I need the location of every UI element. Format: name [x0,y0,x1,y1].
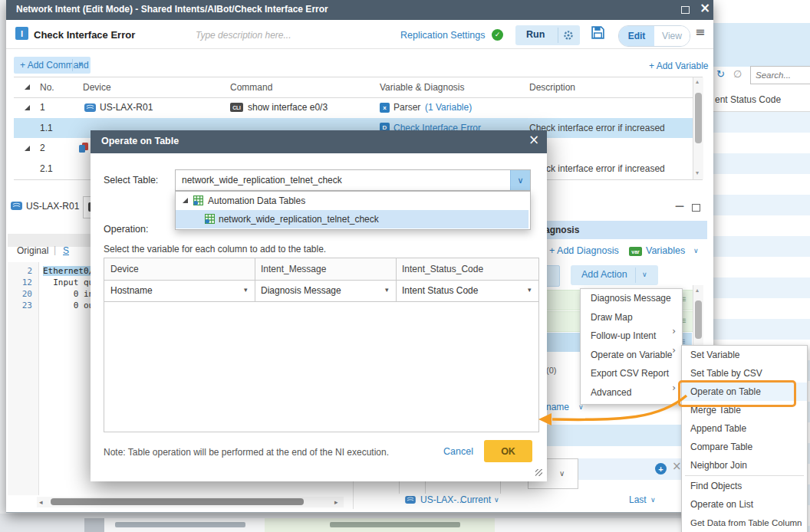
window-titlebar[interactable]: Network Intent (Edit Mode) - Shared Inte… [6,0,713,20]
mapping-value-row: Hostname ▾ Diagnosis Message ▾ Intent St… [104,280,538,302]
tree-group-row[interactable]: Automation Data Tables [176,192,528,210]
tab-sample[interactable]: S [63,245,69,256]
submenu-item-neighbor-join[interactable]: Neighbor Join [682,456,807,475]
menu-item-diagnosis-message[interactable]: Diagnosis Message [581,289,682,308]
menu-item-operate-on-variable[interactable]: Operate on Variable› [581,346,682,365]
save-icon[interactable] [591,25,605,42]
variable-select[interactable]: Intent Status Code [402,285,478,296]
add-action-chevron-icon[interactable]: ∨ [642,271,647,278]
close-icon[interactable]: × [700,2,710,15]
dialog-titlebar[interactable]: Operate on Table × [91,130,547,153]
combo-chevron-icon[interactable]: ∨ [559,470,565,478]
variables-chevron-icon[interactable]: ∨ [693,248,699,255]
description-placeholder[interactable]: Type description here... [196,30,291,41]
current-chevron-icon[interactable]: ∨ [494,497,499,504]
menu-item-export-csv-report[interactable]: Export CSV Report [581,364,682,383]
panel-maximize-icon[interactable] [692,204,700,212]
replication-settings-link[interactable]: Replication Settings [400,30,485,41]
add-action-divider [635,268,636,283]
scrollbar-thumb[interactable] [695,300,702,339]
editor-hscrollbar[interactable]: ◂ ▸ [37,497,344,507]
add-action-menu: Diagnosis Message Draw Map Follow-up Int… [580,288,683,405]
submenu-item-operate-on-table[interactable]: Operate on Table [682,383,807,401]
panel-minimize-icon[interactable]: — [675,202,684,211]
tree-item-row-selected[interactable]: network_wide_replication_telnet_check [176,210,528,228]
cell-border [255,258,255,280]
menu-item-draw-map[interactable]: Draw Map [581,308,682,327]
add-command-chevron-icon[interactable]: ∨ [78,61,84,67]
row-no: 1.1 [40,123,53,133]
submenu-arrow-icon: › [672,383,676,392]
view-toggle-button[interactable]: View [654,26,690,46]
edit-toggle-button[interactable]: Edit [619,26,654,46]
add-variable-link[interactable]: + Add Variable [649,61,709,71]
tab-original[interactable]: Original [17,245,48,256]
add-command-button[interactable]: + Add Command ∨ [14,57,91,74]
add-diagnosis-link[interactable]: + Add Diagnosis [549,245,619,256]
select-table-label: Select Table: [104,175,158,186]
scrollbar-thumb[interactable] [695,93,702,143]
submenu-item-find-objects[interactable]: Find Objects [682,477,807,495]
scroll-up-icon[interactable]: ▴ [696,79,699,85]
tab-divider: | [54,245,56,255]
select-dropdown-icon[interactable]: ▾ [385,287,389,294]
tree-item-label: network_wide_replication_telnet_check [219,214,379,225]
variable-select[interactable]: Diagnosis Message [261,285,341,296]
select-dropdown-icon[interactable]: ▾ [244,287,248,294]
expand-all-icon[interactable] [25,84,30,90]
dialog-resize-grip[interactable] [535,469,542,476]
menu-item-advanced[interactable]: Advanced› [581,383,682,402]
table-row[interactable]: 1 US-LAX-R01 CLI show interface e0/3 x P… [14,97,693,118]
scroll-right-icon[interactable]: ▸ [334,499,338,506]
submenu-item-set-variable[interactable]: Set Variable [682,346,807,364]
scroll-down-icon[interactable]: ▾ [696,170,699,176]
parser-label[interactable]: Parser [393,102,420,113]
search-input[interactable] [750,66,810,84]
scrollbar-thumb[interactable] [51,498,304,505]
row-expander-icon[interactable] [25,146,30,151]
submenu-item-merge-table[interactable]: Merge Table [682,401,807,419]
refresh-icon[interactable]: ↻ [716,69,725,79]
device-name: US-LAX-R01 [100,102,153,113]
ok-button[interactable]: OK [484,440,532,462]
data-table-icon [193,195,203,208]
tree-expander-icon[interactable] [183,198,188,203]
parser-variable-count[interactable]: (1 Variable) [425,102,472,113]
run-settings-gear-icon[interactable] [563,30,574,43]
row-expander-icon[interactable] [25,105,30,110]
submenu-item-compare-table[interactable]: Compare Table [682,438,807,456]
filter-off-icon[interactable]: ∅ [733,69,742,79]
add-circle-icon[interactable]: + [655,463,667,475]
submenu-item-append-table[interactable]: Append Table [682,419,807,438]
submenu-item-get-data-from-table-column[interactable]: Get Data from Table Column [682,514,807,532]
row-description: Check interface error if increased [529,123,665,133]
footer-current-dropdown[interactable]: Current [460,494,491,505]
add-action-label: Add Action [581,269,627,280]
window-menu-icon[interactable]: ≡ [695,26,705,38]
variables-dropdown[interactable]: Variables [646,245,685,256]
select-dropdown-icon[interactable]: ▾ [528,287,532,294]
menu-item-follow-up-intent[interactable]: Follow-up Intent› [581,327,682,346]
dialog-close-icon[interactable]: × [528,133,539,146]
variable-select[interactable]: Hostname [110,285,153,296]
submenu-item-operate-on-list[interactable]: Operate on List [682,495,807,514]
variable-name-fragment[interactable]: name [546,402,569,412]
select-table-chevron-button[interactable]: ∨ [510,170,530,190]
select-table-dropdown[interactable]: network_wide_replication_telnet_check ∨ [175,169,531,191]
footer-last-dropdown[interactable]: Last [629,494,647,505]
run-button[interactable]: Run [515,25,580,45]
remove-icon[interactable]: × [672,461,682,472]
submenu-item-set-table-by-csv[interactable]: Set Table by CSV [682,364,807,383]
name-chevron-icon[interactable]: ∨ [578,404,584,411]
maximize-icon[interactable] [681,6,690,14]
column-mapping-hint: Select the variable for each column to a… [104,244,326,255]
cancel-button[interactable]: Cancel [443,446,473,457]
last-chevron-icon[interactable]: ∨ [650,497,656,504]
run-button-divider [558,28,558,43]
line-number: 23 [8,300,32,310]
scroll-up-icon[interactable]: ▴ [696,287,699,294]
command-table-scrollbar[interactable]: ▴ ▾ [693,77,703,179]
device-group-icon [78,142,89,156]
scroll-left-icon[interactable]: ◂ [39,499,43,506]
add-action-button[interactable]: Add Action ∨ [571,265,658,285]
